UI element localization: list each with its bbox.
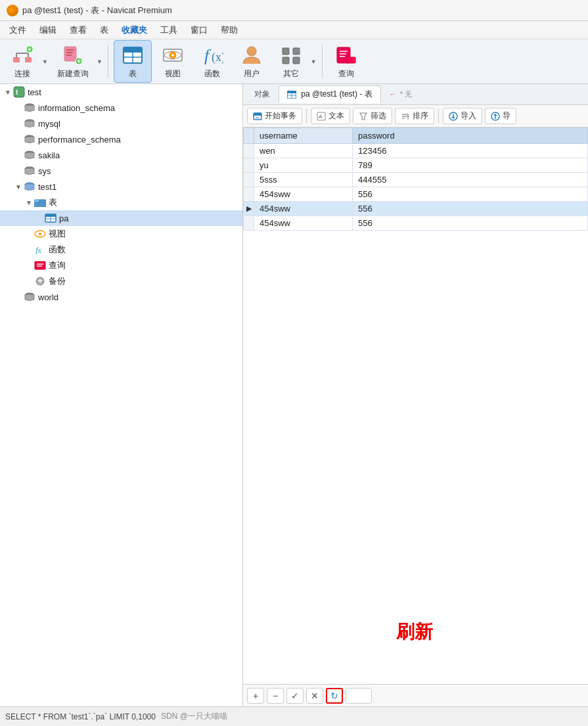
sidebar-item-functions[interactable]: fx 函数	[0, 242, 242, 258]
sidebar-item-world[interactable]: world	[0, 289, 242, 305]
table-icon	[121, 43, 145, 67]
cell-password-6[interactable]: 556	[353, 216, 588, 231]
tab-unsaved[interactable]: ← * 无	[381, 86, 420, 102]
cancel-button[interactable]: ✕	[306, 688, 323, 704]
cell-password-5[interactable]: 556	[353, 202, 588, 216]
connect-dropdown-arrow[interactable]: ▼	[42, 58, 48, 65]
svg-rect-27	[283, 57, 289, 64]
sidebar-item-queries[interactable]: 查询	[0, 258, 242, 273]
cell-password-2[interactable]: 789	[353, 158, 588, 173]
sort-icon	[401, 112, 410, 121]
sidebar-item-mysql[interactable]: mysql	[0, 116, 242, 131]
row-indicator-4	[244, 187, 254, 202]
sidebar-item-test1[interactable]: ▼ test1	[0, 179, 242, 194]
sidebar-item-sakila[interactable]: sakila	[0, 147, 242, 163]
sidebar-item-backup[interactable]: 备份	[0, 273, 242, 289]
cell-username-3[interactable]: 5sss	[254, 173, 353, 187]
toolbar-divider-1	[108, 45, 108, 78]
menu-table[interactable]: 表	[93, 22, 115, 38]
sort-button[interactable]: 排序	[395, 108, 434, 124]
menu-window[interactable]: 窗口	[184, 22, 214, 38]
cell-username-5[interactable]: 454sww	[254, 202, 353, 216]
add-row-button[interactable]: +	[247, 688, 264, 704]
sidebar-item-views[interactable]: 视图	[0, 226, 242, 242]
sidebar-label-queries: 查询	[49, 260, 242, 271]
sidebar-label-sakila: sakila	[38, 150, 242, 160]
col-password[interactable]: password	[353, 128, 588, 144]
svg-rect-43	[34, 200, 39, 202]
expand-icon-test: ▼	[3, 89, 13, 96]
sidebar-item-information-schema[interactable]: information_schema	[0, 100, 242, 116]
window-title: pa @test1 (test) - 表 - Navicat Premium	[22, 5, 172, 16]
table-button[interactable]: 表	[114, 40, 152, 83]
table-row[interactable]: 5sss 444555	[244, 173, 588, 187]
sidebar-label-mysql: mysql	[38, 119, 242, 129]
begin-transaction-button[interactable]: 开始事务	[247, 108, 302, 124]
filter-button[interactable]: 筛选	[353, 108, 392, 124]
menu-tools[interactable]: 工具	[154, 22, 184, 38]
tab-pa-table[interactable]: pa @test1 (test) - 表	[279, 85, 381, 103]
cell-password-4[interactable]: 556	[353, 187, 588, 202]
svg-text:(x): (x)	[212, 51, 223, 64]
sidebar-item-tables-folder[interactable]: ▼ 表	[0, 194, 242, 210]
table-row[interactable]: wen 123456	[244, 144, 588, 158]
extra-button[interactable]	[346, 688, 372, 704]
cell-username-1[interactable]: wen	[254, 144, 353, 158]
cell-password-3[interactable]: 444555	[353, 173, 588, 187]
table-row-current[interactable]: ▶ 454sww 556	[244, 202, 588, 216]
tab-pa-label: pa @test1 (test) - 表	[301, 89, 372, 99]
user-icon	[240, 43, 263, 67]
db-icon-sys	[24, 165, 35, 177]
sidebar-label-sys: sys	[38, 166, 242, 176]
table-header-row: username password	[244, 128, 588, 144]
refresh-button[interactable]: ↻	[326, 688, 343, 704]
connect-button[interactable]: 连接	[4, 41, 41, 82]
connect-icon	[11, 43, 34, 67]
svg-rect-10	[66, 52, 73, 53]
col-username[interactable]: username	[254, 128, 353, 144]
import-button[interactable]: 导入	[443, 108, 482, 124]
sidebar-item-pa[interactable]: pa	[0, 210, 242, 226]
menu-edit[interactable]: 编辑	[33, 22, 63, 38]
views-icon	[34, 228, 46, 240]
main-area: ▼ t test information_schema mysql	[0, 84, 588, 706]
connect-btn-group: 连接 ▼	[4, 41, 48, 82]
expand-icon-test1: ▼	[13, 183, 24, 191]
cell-username-4[interactable]: 454sww	[254, 187, 353, 202]
export-button[interactable]: 导	[485, 108, 516, 124]
tab-icon-table	[287, 89, 298, 99]
remove-row-button[interactable]: −	[267, 688, 284, 704]
function-button[interactable]: f (x) 函数	[194, 41, 231, 82]
table-row[interactable]: yu 789	[244, 158, 588, 173]
cell-username-6[interactable]: 454sww	[254, 216, 353, 231]
tab-bar: 对象 pa @test1 (test) - 表 ← * 无	[243, 84, 588, 105]
menu-file[interactable]: 文件	[3, 22, 33, 38]
other-button[interactable]: 其它	[273, 41, 309, 82]
other-label: 其它	[283, 68, 299, 79]
cell-password-1[interactable]: 123456	[353, 144, 588, 158]
text-icon: A	[317, 112, 326, 121]
table-row[interactable]: 454sww 556	[244, 187, 588, 202]
new-query-button[interactable]: 新建查询	[51, 41, 95, 82]
menu-help[interactable]: 帮助	[214, 22, 244, 38]
table-row[interactable]: 454sww 556	[244, 216, 588, 231]
new-query-label: 新建查询	[57, 68, 89, 79]
other-dropdown-arrow[interactable]: ▼	[311, 58, 317, 65]
user-button[interactable]: 用户	[233, 41, 270, 82]
cell-username-2[interactable]: yu	[254, 158, 353, 173]
main-toolbar: 连接 ▼ 新建查询 ▼	[0, 39, 588, 84]
svg-text:A: A	[319, 114, 323, 120]
sidebar-item-perf-schema[interactable]: performance_schema	[0, 131, 242, 147]
sidebar-item-sys[interactable]: sys	[0, 163, 242, 179]
view-button[interactable]: 视图	[154, 41, 191, 82]
query-button[interactable]: 查询	[328, 41, 365, 82]
text-button[interactable]: A 文本	[311, 108, 350, 124]
menu-view[interactable]: 查看	[63, 22, 93, 38]
tab-unsaved-label: * 无	[400, 90, 412, 98]
new-query-dropdown-arrow[interactable]: ▼	[97, 58, 102, 65]
tab-object[interactable]: 对象	[246, 85, 279, 103]
sidebar-item-test-conn[interactable]: ▼ t test	[0, 84, 242, 100]
sidebar-label-world: world	[38, 292, 242, 302]
menu-favorites[interactable]: 收藏夹	[115, 22, 154, 38]
confirm-button[interactable]: ✓	[286, 688, 304, 704]
